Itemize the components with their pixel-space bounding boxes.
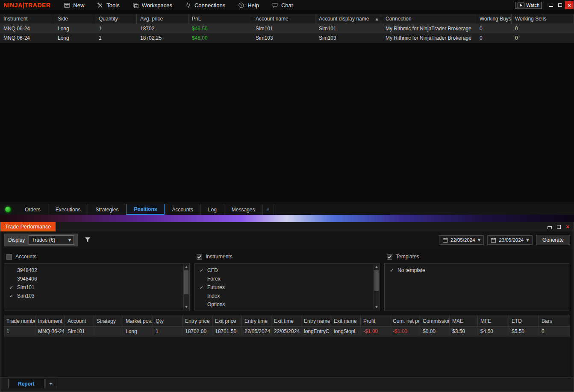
col-header-quantity[interactable]: Quantity bbox=[95, 14, 137, 24]
col-header-account-display-name[interactable]: Account display name ▲ bbox=[315, 14, 382, 24]
col-header-side[interactable]: Side bbox=[54, 14, 95, 24]
minimize-button[interactable] bbox=[546, 223, 553, 230]
menu-tools[interactable]: Tools bbox=[91, 0, 126, 10]
ninjatrader-logo: NINJA|TRADER bbox=[0, 2, 57, 9]
col-header-working-buys[interactable]: Working Buys bbox=[476, 14, 512, 24]
col-header-exit-time[interactable]: Exit time bbox=[271, 316, 301, 327]
tab-report[interactable]: Report bbox=[8, 379, 44, 388]
list-item[interactable]: ✓ No template bbox=[385, 266, 570, 275]
list-item[interactable]: Options bbox=[194, 300, 380, 309]
col-header-account-name[interactable]: Account name bbox=[252, 14, 315, 24]
display-dropdown[interactable]: Trades (€) ▼ bbox=[29, 235, 74, 245]
scroll-down-icon[interactable]: ▼ bbox=[184, 304, 189, 310]
col-header-pnl[interactable]: PnL bbox=[188, 14, 252, 24]
list-item[interactable]: Stock bbox=[194, 309, 380, 310]
scroll-up-icon[interactable]: ▲ bbox=[184, 264, 189, 269]
cell-exit-time: 22/05/2024 bbox=[271, 327, 301, 336]
generate-button[interactable]: Generate bbox=[536, 235, 570, 245]
maximize-button[interactable] bbox=[555, 223, 562, 230]
col-header-instrument[interactable]: Instrument bbox=[0, 14, 54, 24]
minimize-button[interactable] bbox=[547, 1, 555, 9]
col-header-mfe[interactable]: MFE bbox=[478, 316, 509, 327]
cell-mae: $3.50 bbox=[450, 327, 478, 336]
col-header-commission[interactable]: Commission bbox=[420, 316, 450, 327]
tab-orders[interactable]: Orders bbox=[18, 204, 48, 215]
col-header-entry-price[interactable]: Entry price bbox=[183, 316, 212, 327]
position-row[interactable]: MNQ 06-24 Long 1 18702.25 $46.00 Sim103 … bbox=[0, 33, 574, 43]
col-header-avg-price[interactable]: Avg. price bbox=[137, 14, 188, 24]
tab-positions[interactable]: Positions bbox=[126, 204, 165, 215]
cell-qty: 1 bbox=[153, 327, 183, 336]
tab-log[interactable]: Log bbox=[201, 204, 224, 215]
col-header-market-pos[interactable]: Market pos. bbox=[123, 316, 153, 327]
titlebar-controls: Watch × bbox=[515, 0, 574, 10]
accounts-list: 3948402 3948406 ✓ Sim101 ✓ Sim103 bbox=[4, 263, 190, 310]
instruments-checkbox[interactable] bbox=[197, 254, 202, 260]
cell-account-name: Sim103 bbox=[252, 33, 315, 43]
col-header-mae[interactable]: MAE bbox=[450, 316, 478, 327]
scroll-up-icon[interactable]: ▲ bbox=[374, 264, 379, 269]
add-tab-button[interactable]: + bbox=[45, 379, 56, 388]
menu-new[interactable]: New bbox=[57, 0, 91, 10]
col-header-trade-number[interactable]: Trade number bbox=[4, 316, 35, 327]
list-item[interactable]: 3948406 bbox=[4, 275, 189, 283]
menu-help[interactable]: ? Help bbox=[232, 0, 265, 10]
menu-connections[interactable]: Connections bbox=[179, 0, 232, 10]
scroll-down-icon[interactable]: ▼ bbox=[374, 304, 379, 310]
col-header-account[interactable]: Account bbox=[65, 316, 94, 327]
tab-strategies[interactable]: Strategies bbox=[88, 204, 126, 215]
scrollbar-thumb[interactable] bbox=[184, 270, 188, 294]
col-header-qty[interactable]: Qty bbox=[153, 316, 183, 327]
list-item[interactable]: ✓ Sim103 bbox=[4, 292, 189, 300]
tab-accounts[interactable]: Accounts bbox=[165, 204, 200, 215]
list-item[interactable]: ✓ Futures bbox=[194, 283, 380, 292]
col-header-exit-name[interactable]: Exit name bbox=[331, 316, 361, 327]
cell-entry-name: longEntryC bbox=[301, 327, 331, 336]
col-header-cum-net-profit[interactable]: Cum. net profit bbox=[390, 316, 420, 327]
list-item[interactable]: Index bbox=[194, 292, 380, 300]
add-tab-button[interactable]: + bbox=[263, 204, 274, 215]
scrollbar[interactable]: ▲ ▼ bbox=[374, 264, 379, 310]
col-header-etd[interactable]: ETD bbox=[509, 316, 539, 327]
list-item[interactable]: Forex bbox=[194, 275, 380, 283]
col-header-profit[interactable]: Profit bbox=[361, 316, 390, 327]
scrollbar[interactable]: ▲ ▼ bbox=[183, 264, 189, 310]
list-item[interactable]: ✓ CFD bbox=[194, 266, 380, 275]
menu-new-label: New bbox=[73, 2, 84, 9]
maximize-button[interactable] bbox=[556, 1, 564, 9]
tab-messages[interactable]: Messages bbox=[224, 204, 263, 215]
col-header-strategy[interactable]: Strategy bbox=[94, 316, 123, 327]
cell-exit-price: 18701.50 bbox=[212, 327, 242, 336]
menu-workspaces[interactable]: Workspaces bbox=[126, 0, 179, 10]
cell-quantity: 1 bbox=[95, 24, 137, 33]
templates-checkbox[interactable] bbox=[387, 254, 392, 260]
control-center-titlebar: NINJA|TRADER New Tools Workspaces Connec… bbox=[0, 0, 574, 10]
list-item[interactable]: ✓ Sim101 bbox=[4, 283, 189, 292]
col-header-entry-name[interactable]: Entry name bbox=[301, 316, 331, 327]
col-header-working-sells[interactable]: Working Sells bbox=[512, 14, 574, 24]
date-to-picker[interactable]: 23/05/2024 ▼ bbox=[487, 235, 532, 245]
col-header-exit-price[interactable]: Exit price bbox=[212, 316, 242, 327]
trade-performance-tab-bar: Report + bbox=[0, 377, 574, 388]
col-header-bars[interactable]: Bars bbox=[539, 316, 570, 327]
filter-button[interactable] bbox=[85, 237, 91, 243]
watch-button[interactable]: Watch bbox=[515, 2, 542, 9]
col-header-instrument[interactable]: Instrument bbox=[35, 316, 65, 327]
col-header-connection[interactable]: Connection bbox=[382, 14, 476, 24]
cell-quantity: 1 bbox=[95, 33, 137, 43]
svg-text:?: ? bbox=[240, 3, 242, 7]
menu-chat[interactable]: Chat bbox=[265, 0, 299, 10]
col-header-entry-time[interactable]: Entry time bbox=[242, 316, 271, 327]
date-from-picker[interactable]: 22/05/2024 ▼ bbox=[439, 235, 484, 245]
accounts-checkbox[interactable] bbox=[6, 254, 12, 260]
list-item[interactable]: 3948402 bbox=[4, 266, 189, 275]
trade-row[interactable]: 1 MNQ 06-24 Sim101 Long 1 18702.00 18701… bbox=[4, 327, 570, 336]
cell-account: Sim101 bbox=[65, 327, 94, 336]
tab-executions[interactable]: Executions bbox=[48, 204, 88, 215]
close-button[interactable]: × bbox=[564, 223, 571, 230]
scrollbar-thumb[interactable] bbox=[374, 270, 379, 291]
templates-panel-label: Templates bbox=[396, 254, 419, 260]
position-row[interactable]: MNQ 06-24 Long 1 18702 $46.50 Sim101 Sim… bbox=[0, 24, 574, 33]
menu-chat-label: Chat bbox=[281, 2, 293, 9]
close-button[interactable]: × bbox=[565, 1, 574, 9]
